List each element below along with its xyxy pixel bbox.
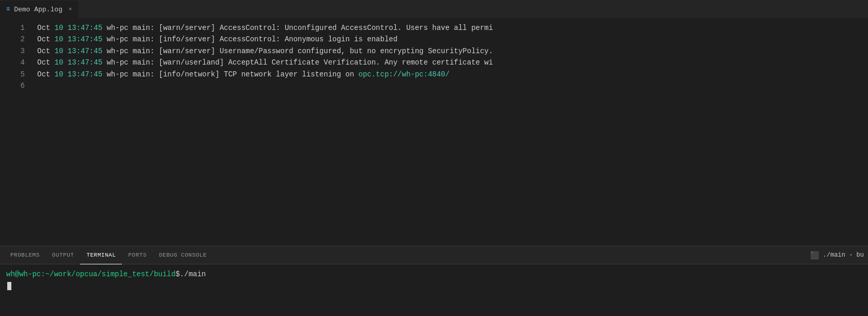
opc-tcp-link[interactable]: opc.tcp://wh-pc:4840/ [359, 70, 450, 78]
log-line-4: 4 Oct 10 13:47:45 wh-pc main: [warn/user… [0, 57, 868, 68]
tab-ports-label: PORTS [128, 252, 147, 258]
tab-debug-console-label: DEBUG CONSOLE [159, 252, 207, 258]
demo-app-log-tab[interactable]: ≡ Demo App.log × [0, 0, 78, 18]
log-content-3: Oct 10 13:47:45 wh-pc main: [warn/server… [37, 45, 493, 57]
log-content-1: Oct 10 13:47:45 wh-pc main: [warn/server… [37, 22, 493, 34]
token-day-2: 10 [55, 35, 64, 43]
log-line-3: 3 Oct 10 13:47:45 wh-pc main: [warn/serv… [0, 45, 868, 57]
panel-tabs: PROBLEMS OUTPUT TERMINAL PORTS DEBUG CON… [0, 246, 868, 264]
token-time-4: 13:47:45 [68, 58, 102, 67]
token-month-4: Oct [37, 58, 55, 67]
line-number-2: 2 [4, 34, 25, 45]
line-number-3: 3 [4, 45, 25, 57]
token-time-5: 13:47:45 [68, 70, 102, 78]
log-area: 1 Oct 10 13:47:45 wh-pc main: [warn/serv… [0, 18, 868, 246]
token-day-3: 10 [55, 47, 64, 55]
prompt-dollar: $ [176, 268, 180, 280]
log-content-5: Oct 10 13:47:45 wh-pc main: [info/networ… [37, 69, 450, 80]
log-line-2: 2 Oct 10 13:47:45 wh-pc main: [info/serv… [0, 34, 868, 45]
panel-right-info: ⬛ ./main - bu [810, 251, 864, 260]
log-line-5: 5 Oct 10 13:47:45 wh-pc main: [info/netw… [0, 69, 868, 80]
token-time-1: 13:47:45 [68, 24, 102, 32]
log-content-4: Oct 10 13:47:45 wh-pc main: [warn/userla… [37, 57, 493, 68]
terminal-icon: ⬛ [810, 251, 819, 260]
file-icon: ≡ [6, 6, 10, 13]
tab-problems-label: PROBLEMS [10, 252, 40, 258]
tab-bar: ≡ Demo App.log × [0, 0, 868, 18]
log-line-6: 6 [0, 80, 868, 91]
token-time-2: 13:47:45 [68, 35, 102, 43]
prompt-user-host: wh@wh-pc [6, 268, 41, 280]
bottom-panel: PROBLEMS OUTPUT TERMINAL PORTS DEBUG CON… [0, 246, 868, 316]
tab-terminal[interactable]: TERMINAL [80, 246, 122, 264]
terminal-prompt-line: wh@wh-pc:~/work/opcua/simple_test/build$… [6, 268, 862, 280]
tab-output-label: OUTPUT [52, 252, 74, 258]
line-number-1: 1 [4, 22, 25, 34]
tab-debug-console[interactable]: DEBUG CONSOLE [153, 246, 213, 264]
terminal-cursor [7, 282, 11, 290]
line-number-6: 6 [4, 80, 25, 91]
line-number-4: 4 [4, 57, 25, 68]
line-number-5: 5 [4, 69, 25, 80]
token-day-5: 10 [55, 70, 64, 78]
panel-right-label: ./main - bu [823, 251, 864, 259]
terminal-area: wh@wh-pc:~/work/opcua/simple_test/build$… [0, 264, 868, 316]
tab-terminal-label: TERMINAL [86, 252, 116, 258]
tab-label: Demo App.log [14, 6, 63, 13]
token-day-1: 10 [55, 24, 64, 32]
tab-problems[interactable]: PROBLEMS [4, 246, 46, 264]
token-month-3: Oct [37, 47, 55, 55]
log-content-2: Oct 10 13:47:45 wh-pc main: [info/server… [37, 34, 397, 45]
token-month-1: Oct [37, 24, 55, 32]
tab-output[interactable]: OUTPUT [46, 246, 81, 264]
token-month-2: Oct [37, 35, 55, 43]
token-time-3: 13:47:45 [68, 47, 102, 55]
prompt-command: ./main [180, 268, 206, 280]
tab-close-button[interactable]: × [69, 6, 72, 12]
token-day-4: 10 [55, 58, 64, 67]
terminal-cursor-line [6, 281, 862, 290]
tab-ports[interactable]: PORTS [122, 246, 153, 264]
prompt-path: :~/work/opcua/simple_test/build [41, 268, 175, 280]
token-month-5: Oct [37, 70, 55, 78]
log-line-1: 1 Oct 10 13:47:45 wh-pc main: [warn/serv… [0, 22, 868, 34]
